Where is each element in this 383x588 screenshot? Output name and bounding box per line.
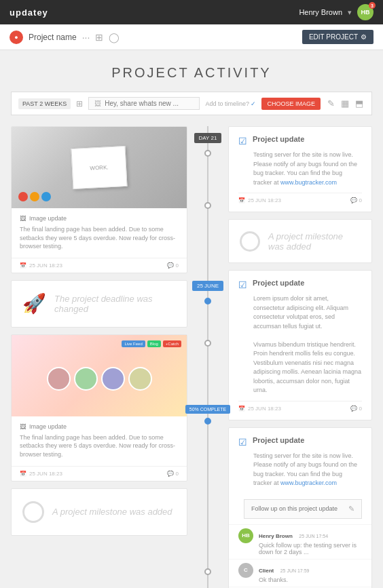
right-card-1-title: Project update [253,135,304,143]
grid-icon[interactable]: ▦ [340,97,350,110]
timeline-dot-3 [204,298,211,305]
card-date-1: 📅25 JUN 18:23 [20,262,62,269]
add-timeline-label: Add to timeline? ✓ [205,100,256,107]
right-card-2-header: ☑ Project update [238,279,362,290]
timeline-line [207,126,208,588]
timeline-dot-1 [204,150,211,157]
top-nav: updatey Henry Brown ▾ HB 3 [0,0,383,24]
logo: updatey [10,7,48,18]
project-name-area: ● Project name ··· ⊞ ◯ [10,31,120,44]
comment-text-1: Quick follow up: the testing server is d… [259,542,362,555]
bug-tracker-link-1[interactable]: www.bugtracker.com [280,179,337,186]
comment-meta-1: Henry Brown 25 JUN 17:54 [259,528,362,541]
share-input-area: 🖼 [88,97,200,110]
bug-tracker-link-3[interactable]: www.bugtracker.com [280,479,337,486]
edit-project-button[interactable]: EDIT PROJECT ⚙ [302,30,373,44]
card-image-2: Live Feed Blog +Catch [12,335,187,416]
right-card-3-inner: ☑ Project update Testing server for the … [229,428,371,494]
left-column: WORK. 🖼 Image update The final landing p… [11,126,187,588]
period-filter[interactable]: PAST 2 WEEKS [18,98,71,109]
filter-bar: PAST 2 WEEKS ⊞ 🖼 Add to timeline? ✓ CHOO… [11,92,372,115]
card-desc-2: The final landing page has been added. D… [20,433,179,459]
card-comments-1: 💬0 [167,262,179,269]
milestone-added-left: A project milestone was added [11,488,187,536]
image-type-icon: 🖼 [20,215,26,222]
milestone-deadline-text: The project deadline was changed [54,294,176,314]
check-icon-3: ☑ [238,437,247,448]
nav-icon-dots[interactable]: ··· [82,32,90,43]
day-label: DAY 21 [194,133,222,143]
right-card-1: ☑ Project update Testing server for the … [228,126,372,212]
milestone-circle-right [240,231,260,252]
comment-text-2: Ok thanks. [259,576,362,583]
secondary-nav: ● Project name ··· ⊞ ◯ EDIT PROJECT ⚙ [0,24,383,50]
card-footer-1: 📅25 JUN 18:23 💬0 [12,258,187,273]
comment-edit-icon: ✎ [348,505,354,513]
comment-input-box: ✎ [244,499,362,519]
check-icon-1: ☑ [238,136,247,146]
right-card-2: ☑ Project update Lorem ipsum dolor sit a… [228,270,372,420]
card-desc-1: The final landing page has been added. D… [20,225,179,251]
card-body-2: 🖼 Image update The final landing page ha… [12,416,187,466]
timeline-dot-5 [204,418,211,425]
right-column: ☑ Project update Testing server for the … [228,126,372,588]
rocket-icon: 🚀 [22,292,46,315]
page-title: PROJECT ACTIVITY [0,65,383,81]
comment-2: C Client 25 JUN 17:59 Ok thanks. [229,559,371,587]
choose-image-button[interactable]: CHOOSE IMAGE [261,98,321,110]
nav-icon-circle[interactable]: ◯ [109,32,120,43]
right-card-2-footer: 📅25 JUN 18:23 💬0 [238,401,362,412]
right-card-date-1: 📅25 JUN 18:23 [238,197,281,203]
milestone-circle-icon [22,501,44,523]
image-type-icon-2: 🖼 [20,423,26,430]
layout-icon[interactable]: ⬒ [354,97,365,110]
page-title-section: PROJECT ACTIVITY [0,50,383,92]
nav-icon-grid[interactable]: ⊞ [95,32,103,43]
progress-label: 50% COMPLETE [185,405,230,414]
timeline-dot-4 [204,340,211,347]
right-card-1-body: Testing server for the site is now live.… [253,151,362,187]
edit-icon[interactable]: ✎ [326,97,336,110]
right-card-2-body: Lorem ipsum dolor sit amet, consectetur … [253,294,362,395]
right-card-comments-1: 💬0 [350,197,362,203]
card-body-1: 🖼 Image update The final landing page ha… [12,208,187,258]
share-input[interactable] [105,100,194,107]
right-card-3: ☑ Project update Testing server for the … [228,427,372,589]
notification-badge: 3 [369,2,376,9]
card-type-label: Image update [29,215,67,222]
card-comments-2: 💬0 [167,471,179,477]
project-name: Project name [29,33,77,42]
toolbar-icons: ✎ ▦ ⬒ [326,97,365,110]
user-name: Henry Brown [299,8,342,16]
card-footer-2: 📅25 JUN 18:23 💬0 [12,466,187,481]
project-icon: ● [10,31,23,44]
left-card-1: WORK. 🖼 Image update The final landing p… [11,126,187,273]
right-card-1-header: ☑ Project update [238,135,362,146]
card-date-2: 📅25 JUN 18:23 [20,471,62,477]
right-card-date-2: 📅25 JUN 18:23 [238,406,281,412]
june-label: 25 JUNE [192,281,223,291]
card-image-1: WORK. [12,127,187,208]
timeline-dot-2 [204,202,211,209]
right-card-2-title: Project update [253,279,304,287]
main-content: WORK. 🖼 Image update The final landing p… [0,115,383,588]
comment-meta-2: Client 25 JUN 17:59 [259,563,362,575]
comment-1: HB Henry Brown 25 JUN 17:54 Quick follow… [229,524,371,559]
right-card-3-header: ☑ Project update [238,436,362,448]
right-card-3-body: Testing server for the site is now live.… [253,452,362,488]
timeline-column: DAY 21 25 JUNE 50% COMPLETE [187,126,228,588]
card-type-2: 🖼 Image update [20,423,179,430]
comment-avatar-2: C [238,563,253,578]
grid-filter-icon[interactable]: ⊞ [76,99,83,109]
right-card-1-footer: 📅25 JUN 18:23 💬0 [238,193,362,203]
avatar[interactable]: HB 3 [357,4,373,20]
comment-content-1: Henry Brown 25 JUN 17:54 Quick follow up… [259,528,362,555]
check-icon-2: ☑ [238,279,247,290]
timeline-dot-6 [204,568,211,575]
user-area: Henry Brown ▾ HB 3 [299,4,373,20]
milestone-right-1: A project milestone was added [228,219,372,263]
comment-content-2: Client 25 JUN 17:59 Ok thanks. [259,563,362,583]
milestone-right-text: A project milestone was added [268,231,361,252]
right-card-comments-2: 💬0 [350,406,362,412]
comment-input[interactable] [251,505,348,512]
